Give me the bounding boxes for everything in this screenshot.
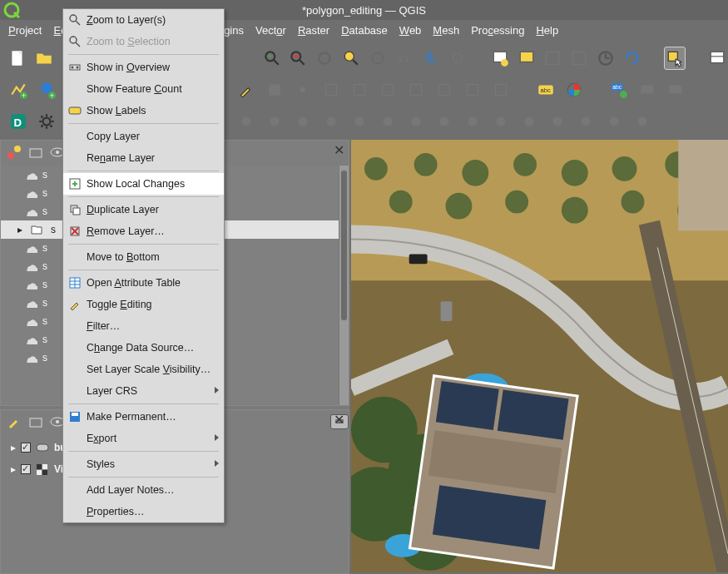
diagram-icon[interactable]: [562, 78, 586, 101]
time-icon[interactable]: [595, 47, 617, 70]
layer-context-menu[interactable]: Zoom to Layer(s)Zoom to SelectionShow in…: [62, 8, 225, 523]
tool-g2-icon[interactable]: [348, 78, 371, 101]
menu-item-make-permanent[interactable]: Make Permanent…: [63, 406, 224, 428]
menu-item-move-to-bottom[interactable]: Move to Bottom: [63, 246, 224, 268]
menu-item-show-feature-count[interactable]: Show Feature Count: [63, 78, 224, 100]
menu-vector[interactable]: Vector: [255, 24, 286, 37]
menu-project[interactable]: Project: [8, 24, 42, 37]
checkbox[interactable]: [21, 464, 31, 474]
zoom-native-icon[interactable]: 1:1: [394, 47, 415, 70]
group-icon[interactable]: [27, 413, 44, 430]
dig-5-icon[interactable]: [348, 110, 371, 133]
zoom-next-icon[interactable]: [447, 47, 468, 70]
map-canvas[interactable]: [351, 140, 728, 574]
svg-point-13: [373, 52, 384, 63]
menu-item-layer-crs[interactable]: Layer CRS: [63, 380, 224, 402]
svg-rect-104: [441, 301, 453, 321]
menu-database[interactable]: Database: [341, 24, 388, 37]
menu-item-rename-layer[interactable]: Rename Layer: [63, 147, 224, 169]
tool-g3-icon[interactable]: [376, 78, 399, 101]
dig-10-icon[interactable]: [489, 110, 513, 133]
menu-item-show-labels[interactable]: Show Labels: [63, 100, 224, 121]
zoom-full-icon[interactable]: [314, 47, 335, 70]
add-group-icon[interactable]: [27, 144, 44, 161]
tool-g6-icon[interactable]: [461, 78, 484, 101]
refresh-icon[interactable]: [622, 47, 643, 70]
menu-item-show-local-changes[interactable]: Show Local Changes: [63, 173, 224, 195]
layout-manager-icon[interactable]: [706, 47, 728, 70]
menu-item-show-in-overview[interactable]: Show in Overview: [63, 57, 224, 78]
add-vector-icon[interactable]: +: [7, 78, 30, 101]
zoom-layer-icon[interactable]: [367, 47, 389, 70]
open-project-icon[interactable]: [33, 47, 55, 70]
dig-14-icon[interactable]: [602, 110, 626, 133]
svg-rect-83: [37, 444, 48, 451]
menu-item-open-attribute-table[interactable]: Open Attribute Table: [63, 272, 224, 294]
dig-7-icon[interactable]: [404, 110, 428, 133]
dig-15-icon[interactable]: [631, 110, 654, 133]
menu-item-change-data-source[interactable]: Change Data Source…: [63, 337, 224, 359]
menu-raster[interactable]: Raster: [298, 24, 329, 37]
menu-processing[interactable]: Processing: [471, 24, 524, 37]
selection-tool-icon[interactable]: [664, 47, 686, 70]
close-icon[interactable]: ✕: [334, 142, 345, 154]
toggle-editing-icon[interactable]: [235, 78, 258, 101]
checkbox[interactable]: [21, 443, 31, 453]
dig-9-icon[interactable]: [461, 110, 484, 133]
tile-icon[interactable]: [542, 47, 563, 70]
menu-item-export[interactable]: Export: [63, 428, 224, 449]
menu-item-toggle-editing[interactable]: Toggle Editing: [63, 294, 224, 315]
label-move-icon[interactable]: abc: [607, 78, 631, 101]
dig-12-icon[interactable]: [546, 110, 569, 133]
new-3d-view-icon[interactable]: [516, 47, 537, 70]
save-edits-icon[interactable]: [263, 78, 286, 101]
menu-item-label: Zoom to Layer(s): [87, 14, 166, 26]
settings-gear-icon[interactable]: [35, 110, 58, 133]
zoom-in-icon[interactable]: +: [261, 47, 283, 70]
menu-item-zoom-to-layer-s[interactable]: Zoom to Layer(s): [63, 9, 224, 31]
dig-8-icon[interactable]: [433, 110, 456, 133]
style-icon[interactable]: [6, 144, 22, 161]
add-feature-icon[interactable]: [291, 78, 314, 101]
panel-icon[interactable]: [568, 47, 590, 70]
new-map-view-icon[interactable]: [489, 47, 511, 70]
dig-13-icon[interactable]: [574, 110, 597, 133]
label-tool-icon[interactable]: [636, 78, 659, 101]
menu-web[interactable]: Web: [399, 24, 422, 37]
dig-3-icon[interactable]: [291, 110, 314, 133]
tool-g7-icon[interactable]: [489, 78, 513, 101]
add-wms-icon[interactable]: +: [35, 78, 58, 101]
label-tool2-icon[interactable]: [664, 78, 687, 101]
dig-6-icon[interactable]: [376, 110, 399, 133]
dig-2-icon[interactable]: [263, 110, 286, 133]
menu-item-styles[interactable]: Styles: [63, 453, 224, 475]
svg-line-121: [76, 42, 80, 47]
menu-item-copy-layer[interactable]: Copy Layer: [63, 126, 224, 147]
menu-item-duplicate-layer[interactable]: Duplicate Layer: [63, 199, 224, 220]
close-icon[interactable]: ✕: [334, 412, 345, 423]
zoom-last-icon[interactable]: [420, 47, 442, 70]
svg-point-124: [77, 67, 79, 69]
scrollbar[interactable]: [339, 166, 349, 405]
menu-item-set-layer-scale-visibility[interactable]: Set Layer Scale Visibility…: [63, 359, 224, 380]
tool-g1-icon[interactable]: [319, 78, 343, 101]
new-project-icon[interactable]: [7, 47, 28, 70]
tool-g4-icon[interactable]: [404, 78, 428, 101]
menu-mesh[interactable]: Mesh: [433, 24, 459, 37]
dig-4-icon[interactable]: [319, 110, 343, 133]
menu-help[interactable]: Help: [536, 24, 558, 37]
dig-11-icon[interactable]: [518, 110, 541, 133]
menu-item-remove-layer[interactable]: Remove Layer…: [63, 220, 224, 242]
dig-1-icon[interactable]: [235, 110, 258, 133]
label-abc-icon[interactable]: abc: [534, 78, 557, 101]
raster-icon: [36, 463, 49, 475]
zoom-out-icon[interactable]: [288, 47, 310, 70]
plugin-d-icon[interactable]: D: [7, 110, 30, 133]
zoom-selection-icon[interactable]: [340, 47, 362, 70]
menu-item-properties[interactable]: Properties…: [63, 501, 224, 522]
tool-g5-icon[interactable]: [433, 78, 456, 101]
menu-item-filter[interactable]: Filter…: [63, 315, 224, 337]
menu-item-add-layer-notes[interactable]: Add Layer Notes…: [63, 479, 224, 501]
menu-item-label: Toggle Editing: [87, 299, 152, 310]
style-icon[interactable]: [6, 413, 22, 430]
